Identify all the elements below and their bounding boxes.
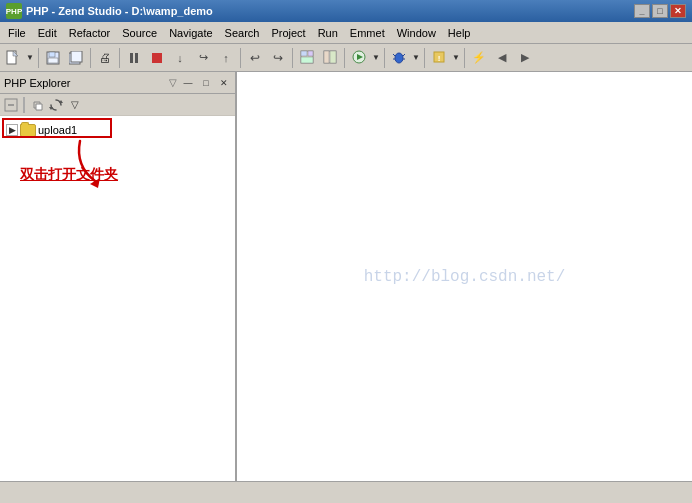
menu-bar: File Edit Refactor Source Navigate Searc… [0,22,692,44]
run-dropdown-icon: ▼ [372,53,380,62]
extra-icon-1: ! [432,50,446,66]
layout-icon [323,50,337,66]
stop-button[interactable] [146,47,168,69]
undo-button[interactable]: ↩ [244,47,266,69]
panel-minimize-button[interactable]: — [181,76,195,90]
toolbar-sep-8 [424,48,425,68]
extra-dropdown-1[interactable]: ▼ [451,47,461,69]
new-file-button[interactable] [2,47,24,69]
step-over-button[interactable]: ↪ [192,47,214,69]
redo-button[interactable]: ↪ [267,47,289,69]
debug-dropdown-icon: ▼ [412,53,420,62]
svg-rect-9 [308,51,313,56]
editor-area[interactable]: http://blog.csdn.net/ [237,72,692,481]
title-bar-buttons: _ □ ✕ [634,4,686,18]
explorer-tree: ▶ upload1 双击打开文件夹 [0,116,235,481]
toolbar-sep-4 [240,48,241,68]
refresh-icon [49,98,63,112]
menu-run[interactable]: Run [312,22,344,43]
svg-rect-4 [48,58,58,63]
close-button[interactable]: ✕ [670,4,686,18]
editor-watermark: http://blog.csdn.net/ [364,268,566,286]
extra-btn-1[interactable]: ! [428,47,450,69]
menu-search[interactable]: Search [219,22,266,43]
menu-edit[interactable]: Edit [32,22,63,43]
panel-close-button[interactable]: ✕ [217,76,231,90]
pause-icon [130,53,138,63]
tree-expand-icon[interactable]: ▶ [6,124,18,136]
step-over-icon: ↪ [199,51,208,64]
app-icon: PHP [6,3,22,19]
menu-help[interactable]: Help [442,22,477,43]
save-all-icon [68,50,84,66]
menu-project[interactable]: Project [265,22,311,43]
menu-file[interactable]: File [2,22,32,43]
toolbar: ▼ 🖨 ↓ [0,44,692,72]
undo-icon: ↩ [250,51,260,65]
title-bar: PHP PHP - Zend Studio - D:\wamp_demo _ □… [0,0,692,22]
menu-emmet[interactable]: Emmet [344,22,391,43]
svg-line-18 [393,54,395,56]
debug-btn[interactable] [388,47,410,69]
run-dropdown-button[interactable]: ▼ [371,47,381,69]
step-out-button[interactable]: ↑ [215,47,237,69]
svg-rect-12 [324,51,329,63]
main-area: PHP Explorer ▽ — □ ✕ [0,72,692,481]
toolbar-sep-3 [119,48,120,68]
pause-button[interactable] [123,47,145,69]
save-icon [45,50,61,66]
debug-dropdown-button[interactable]: ▼ [411,47,421,69]
redo-icon: ↪ [273,51,283,65]
svg-rect-13 [330,51,336,63]
toolbar-sep-5 [292,48,293,68]
save-all-button[interactable] [65,47,87,69]
explorer-menu-button[interactable]: ▽ [66,96,84,114]
new-dropdown-button[interactable]: ▼ [25,47,35,69]
extra-btn-2[interactable]: ⚡ [468,47,490,69]
step-into-button[interactable]: ↓ [169,47,191,69]
minimize-button[interactable]: _ [634,4,650,18]
panel-title-bar: PHP Explorer ▽ — □ ✕ [0,72,235,94]
run-icon [352,50,366,66]
toolbar-sep-9 [464,48,465,68]
tree-item-upload1[interactable]: ▶ upload1 [2,120,233,140]
print-button[interactable]: 🖨 [94,47,116,69]
save-button[interactable] [42,47,64,69]
explorer-refresh-button[interactable] [47,96,65,114]
svg-rect-10 [301,57,313,63]
step-out-icon: ↑ [223,52,229,64]
dropdown-arrow-icon: ▼ [26,53,34,62]
explorer-panel: PHP Explorer ▽ — □ ✕ [0,72,237,481]
explorer-collapse-button[interactable] [2,96,20,114]
menu-navigate[interactable]: Navigate [163,22,218,43]
panel-title-text: PHP Explorer [4,77,165,89]
panel-maximize-button[interactable]: □ [199,76,213,90]
new-file-icon [5,50,21,66]
print-icon: 🖨 [99,51,111,65]
stop-icon [152,53,162,63]
svg-point-16 [395,53,403,63]
perspective-button[interactable] [296,47,318,69]
extra-btn-4[interactable]: ▶ [514,47,536,69]
title-bar-text: PHP - Zend Studio - D:\wamp_demo [26,5,634,17]
svg-text:!: ! [438,54,441,63]
maximize-button[interactable]: □ [652,4,668,18]
menu-window[interactable]: Window [391,22,442,43]
annotation-text: 双击打开文件夹 [20,166,118,184]
explorer-link-button[interactable] [28,96,46,114]
step-into-icon: ↓ [177,52,183,64]
status-bar [0,481,692,503]
explorer-toolbar: ▽ [0,94,235,116]
panel-menu-icon[interactable]: ▽ [169,77,177,88]
svg-line-19 [403,54,405,56]
layout-button[interactable] [319,47,341,69]
run-button[interactable] [348,47,370,69]
toolbar-sep-6 [344,48,345,68]
extra-btn-3[interactable]: ◀ [491,47,513,69]
extra-dropdown-icon-1: ▼ [452,53,460,62]
svg-rect-3 [49,52,55,57]
toolbar-sep-2 [90,48,91,68]
menu-source[interactable]: Source [116,22,163,43]
menu-refactor[interactable]: Refactor [63,22,117,43]
project-icon [20,122,36,138]
